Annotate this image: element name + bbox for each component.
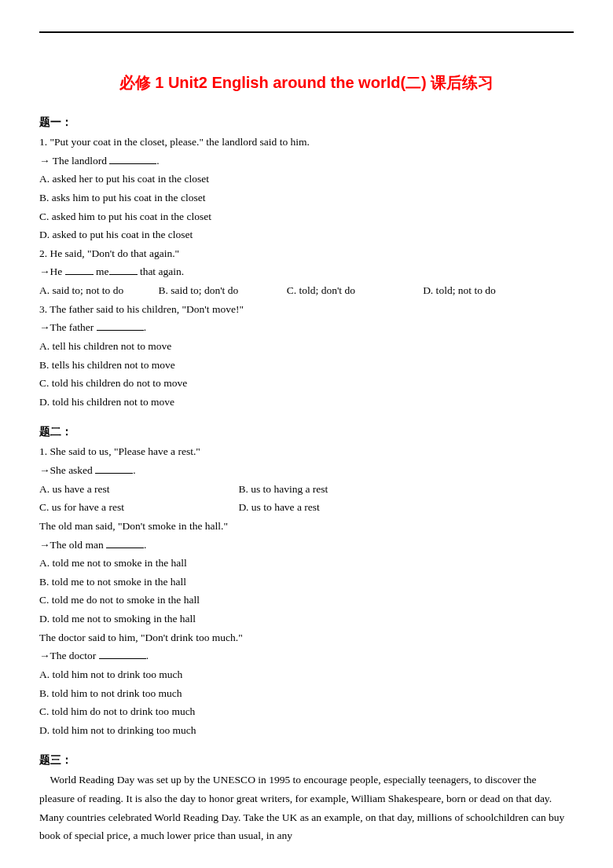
arrow-text: →The doctor [39,650,99,661]
s2-q3-arrow: →The doctor . [39,646,574,665]
blank-line [95,463,133,474]
s2-q1-options-row1: A. us have a rest B. us to having a rest [39,480,574,499]
s2-q3-prompt: The doctor said to him, "Don't drink too… [39,628,574,647]
optD: D. us to have a rest [238,498,319,517]
s2-q3-optD: D. told him not to drinking too much [39,721,574,740]
arrow-text: →She asked [39,464,95,476]
s2-q1-prompt: 1. She said to us, "Please have a rest." [39,442,574,461]
optC: C. us for have a rest [39,498,236,517]
optD: D. told; not to do [423,281,496,300]
top-rule [39,31,574,33]
s1-q1-optA: A. asked her to put his coat in the clos… [39,170,574,189]
s1-q3-optB: B. tells his children not to move [39,356,574,375]
s3-p2: Many countries celebrated World Reading … [39,808,574,845]
page-content: 必修 1 Unit2 English around the world(二) 课… [39,0,574,868]
s2-q1-options-row2: C. us for have a rest D. us to have a re… [39,498,574,517]
optA: A. said to; not to do [39,281,156,300]
blank-line [97,320,144,331]
blank-line [106,537,144,548]
s1-q1-optD: D. asked to put his coat in the closet [39,225,574,244]
blank-line [99,649,146,659]
arrow-text: → The landlord [39,155,109,167]
s2-q2-optB: B. told me to not smoke in the hall [39,573,574,591]
section-1-label: 题一： [39,115,574,130]
s3-p1: World Reading Day was set up by the UNES… [39,771,574,808]
blank-line [109,153,156,163]
s2-q3-optB: B. told him to not drink too much [39,684,574,703]
s1-q1-prompt: 1. "Put your coat in the closet, please.… [39,133,574,152]
s2-q2-prompt: The old man said, "Don't smoke in the ha… [39,517,574,536]
s1-q3-prompt: 3. The father said to his children, "Don… [39,300,574,319]
s1-q3-arrow: →The father . [39,318,574,337]
document-title: 必修 1 Unit2 English around the world(二) 课… [39,72,574,93]
blank-line [65,265,94,275]
s2-q3-optC: C. told him do not to drink too much [39,702,574,721]
arrow-text-c: that again. [138,266,185,277]
optB: B. us to having a rest [238,480,328,499]
s2-q2-optD: D. told me not to smoking in the hall [39,610,574,628]
s2-q2-arrow: →The old man . [39,536,574,555]
arrow-text-b: me [94,266,109,277]
section-2-label: 题二： [39,425,574,439]
s1-q2-options: A. said to; not to do B. said to; don't … [39,281,574,300]
section-3-label: 题三： [39,753,574,767]
blank-line [109,265,138,275]
s1-q3-optA: A. tell his children not to move [39,337,574,356]
arrow-text: →The father [39,321,97,333]
s1-q2-arrow: →He me that again. [39,262,574,281]
s1-q2-prompt: 2. He said, "Don't do that again." [39,244,574,263]
optB: B. said to; don't do [158,281,284,300]
optA: A. us have a rest [39,480,236,499]
s2-q3-optA: A. told him not to drink too much [39,665,574,684]
arrow-text-a: →He [39,266,65,277]
optC: C. told; don't do [287,281,420,300]
s1-q3-optD: D. told his children not to move [39,393,574,412]
arrow-text: →The old man [39,539,106,551]
s1-q1-arrow: → The landlord . [39,152,574,170]
s1-q3-optC: C. told his children do not to move [39,374,574,393]
s1-q1-optB: B. asks him to put his coat in the close… [39,189,574,207]
s2-q2-optC: C. told me do not to smoke in the hall [39,591,574,610]
s2-q2-optA: A. told me not to smoke in the hall [39,554,574,573]
s1-q1-optC: C. asked him to put his coat in the clos… [39,207,574,226]
s2-q1-arrow: →She asked . [39,461,574,480]
